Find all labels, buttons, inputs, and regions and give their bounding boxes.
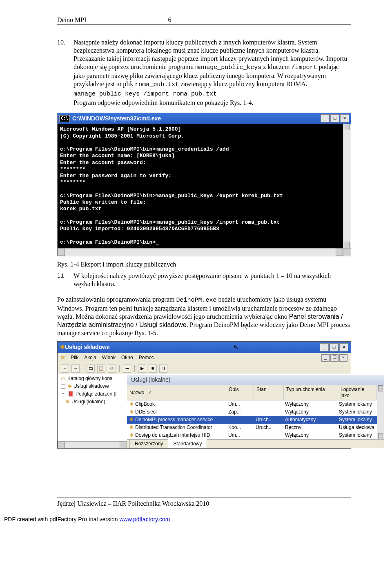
cell-logon: System lokalny [336,431,377,439]
vertical-scrollbar[interactable] [343,124,351,248]
figure-caption-1-4: Rys. 1-4 Eksport i import kluczy publicz… [57,260,351,269]
minimize-button[interactable]: _ [320,343,329,351]
back-button[interactable]: ← [61,365,69,373]
scroll-track[interactable] [65,249,336,256]
forward-button[interactable]: → [71,365,80,373]
col-status[interactable]: Stan [254,385,284,400]
cell-logon: Usługa sieciowa [336,424,377,431]
cell-status [253,431,283,439]
table-row[interactable]: ❃DDE sieciZap...WyłączonySystem lokalny [127,408,377,416]
table-row[interactable]: ❃ClipBookUm...WyłączonySystem lokalny [127,400,377,408]
cell-status [253,400,283,408]
table-vscroll[interactable] [377,385,384,439]
services-tabs: Rozszerzony Standardowy [127,439,384,448]
scroll-left-button[interactable] [58,249,65,256]
doc-title: Deino MPI [57,16,87,24]
cell-desc: Koo... [226,424,253,431]
tab-standard[interactable]: Standardowy [168,439,207,448]
menu-icon: ❃ [61,355,65,361]
up-button[interactable]: 🗀 [87,365,95,373]
menu-file[interactable]: Plik [71,355,78,361]
list-item-10: 10. Następnie należy dokonać importu klu… [57,38,351,89]
table-row[interactable]: ❃Distributed Transaction CoordinatorKoo.… [127,424,377,431]
props-button[interactable]: 📋 [97,365,105,373]
minimize-button[interactable]: _ [321,114,330,122]
horizontal-scrollbar[interactable] [58,248,351,256]
cell-desc [226,416,253,424]
pdf-link[interactable]: www.pdffactory.com [119,516,170,522]
command-example: manage_public_keys /import roma_pub.txt [74,91,351,98]
list-number: 10. [57,38,74,89]
services-toolbar: ← → 🗀 📋 ⟳ ➦ ▶ ■ ⏸ [58,363,351,374]
cell-logon: System lokalny [336,416,377,424]
expand-icon[interactable]: + [61,384,65,389]
menu-action[interactable]: Akcja [84,355,96,361]
cmd-icon: C:\ [59,115,70,122]
list-content: Następnie należy dokonać importu kluczy … [74,38,351,89]
play-button[interactable]: ▶ [138,365,146,373]
page-number: 6 [168,16,172,24]
col-name[interactable]: Nazwa∠ [127,385,226,400]
refresh-button[interactable]: ⟳ [108,365,116,373]
cell-desc: Zap... [226,408,253,416]
maximize-button[interactable]: □ [330,114,339,122]
services-menubar: ❃ Plik Akcja Widok Okno Pomoc _ ❐ × [58,353,351,363]
tab-extended[interactable]: Rozszerzony [130,440,168,448]
cell-logon: System lokalny [336,408,377,416]
col-start[interactable]: Typ uruchomienia [284,385,338,400]
table-row[interactable]: ❃DeinoMPI process manager serviceUruch..… [127,416,377,424]
gear-icon: ❃ [129,409,134,415]
gear-icon: ❃ [129,417,134,423]
mdi-close-button[interactable]: × [339,354,347,362]
scroll-right-button[interactable] [336,249,343,256]
tree-item-events[interactable]: +📕Podgląd zdarzeń (l [58,390,127,398]
mdi-minimize-button[interactable]: _ [321,354,330,362]
maximize-button[interactable]: □ [330,343,339,351]
table-header[interactable]: Nazwa∠ Opis Stan Typ uruchomienia Logowa… [127,385,377,400]
cell-start: Wyłączony [283,431,336,439]
page-header: Deino MPI 6 [57,16,351,24]
stop-button[interactable]: ■ [149,365,157,373]
pause-button[interactable]: ⏸ [159,365,167,373]
col-logon[interactable]: Logowanie jako [338,385,377,400]
services-titlebar[interactable]: ❃ Usługi składowe _ □ × [58,342,351,353]
expand-icon[interactable]: + [61,392,65,396]
cell-desc: Um... [226,400,253,408]
menu-view[interactable]: Widok [102,355,116,361]
gear-icon: ❃ [60,344,65,351]
cell-start: Ręczny [283,424,336,431]
export-button[interactable]: ➦ [123,365,131,373]
services-heading: Usługi (lokalne) [127,375,384,386]
tree-item-services[interactable]: +❃Usługi składowe [58,382,127,390]
close-button[interactable]: × [339,343,348,351]
cell-desc: Um... [226,431,253,439]
cell-status [253,408,283,416]
gear-icon: ❃ [129,432,134,438]
tree-item-root[interactable]: 🗀Katalog główny kons [58,375,127,382]
services-title-text: Usługi składowe [65,344,110,351]
gear-icon: ❃ [66,399,70,405]
cell-name: ClipBook [135,401,155,407]
col-desc[interactable]: Opis [226,385,254,400]
cell-start: Automatyczny [283,416,336,424]
list-content: W kolejności należy powtórzyć powyższe p… [74,272,351,288]
table-row[interactable]: ❃Dostęp do urządzeń interfejsu HIDUm...W… [127,431,377,439]
cell-name: Distributed Transaction Coordinator [135,425,212,431]
tree-item-local-services[interactable]: ❃Usługi (lokalne) [58,398,127,406]
cell-start: Wyłączony [283,400,336,408]
cell-name: DeinoMPI process manager service [135,417,213,423]
menu-window[interactable]: Okno [121,355,133,361]
paragraph-install: Po zainstalowaniu oprogramowania program… [57,296,351,337]
menu-help[interactable]: Pomoc [139,355,154,361]
close-button[interactable]: × [340,114,349,122]
cmd-titlebar[interactable]: C:\ C:\WINDOWS\system32\cmd.exe _ □ × [58,113,351,124]
gear-icon: ❃ [68,383,72,389]
footer-text: Jędrzej Ułasiewicz – IIAR Politechnika W… [57,500,351,508]
mdi-restore-button[interactable]: ❐ [330,354,339,362]
page-footer: Jędrzej Ułasiewicz – IIAR Politechnika W… [57,498,351,508]
tree-hscroll[interactable] [58,441,127,448]
scroll-left-button[interactable] [58,442,65,448]
scroll-right-button[interactable] [120,442,127,448]
cell-status: Uruch... [253,424,283,431]
services-tree[interactable]: 🗀Katalog główny kons +❃Usługi składowe +… [58,375,127,442]
